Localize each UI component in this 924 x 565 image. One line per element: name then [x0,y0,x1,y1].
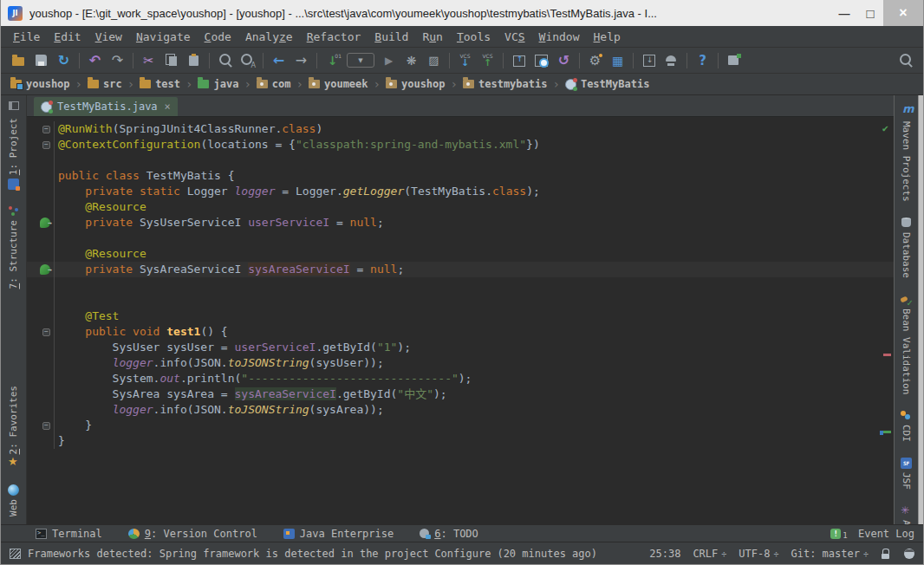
export-icon[interactable] [723,50,745,71]
menu-item-refactor[interactable]: Refactor [300,29,368,45]
settings-icon[interactable] [584,50,606,71]
paste-icon[interactable] [183,50,205,71]
back-icon[interactable] [268,50,290,71]
forward-icon[interactable] [290,50,312,71]
git-branch-widget[interactable]: Git: master [791,548,869,560]
breadcrumb-item-youshop[interactable]: youshop [383,78,448,90]
undo-icon[interactable] [84,50,106,71]
window-title: youshop - [E:\git_work_space\youshop] - … [29,7,824,20]
tool-button-structure[interactable]: 7: Structure [8,205,19,289]
breadcrumb-item-src[interactable]: src [85,78,125,90]
encoding-widget[interactable]: UTF-8 [739,548,778,560]
gutter [27,121,55,137]
toolbar-separator [133,53,133,68]
project-structure-icon[interactable] [607,50,628,71]
error-stripe-mark[interactable] [883,354,891,356]
menu-item-edit[interactable]: Edit [47,29,88,45]
line-separator-widget[interactable]: CRLF [693,548,726,560]
run-config-combo[interactable] [347,53,374,68]
tool-button-database[interactable]: Database [901,218,912,278]
menu-item-tools[interactable]: Tools [450,29,498,45]
error-stripe-mark[interactable] [883,431,891,433]
rollback-icon[interactable] [553,50,575,71]
database-icon [901,218,912,229]
menu-item-code[interactable]: Code [198,29,238,45]
menu-item-view[interactable]: View [88,29,129,45]
tab-close-icon[interactable]: × [165,101,171,113]
tool-button-terminal[interactable]: Terminal [36,528,102,540]
breadcrumb-item-java[interactable]: java [195,78,241,90]
tool-button-favorites[interactable]: 2: Favorites [8,386,19,469]
caret-position[interactable]: 25:38 [649,548,680,560]
cut-icon[interactable] [138,50,159,71]
breadcrumb-item-com[interactable]: com [254,78,294,90]
code-line [27,277,894,293]
redo-icon[interactable] [107,50,128,71]
menu-item-help[interactable]: Help [587,29,628,45]
replace-icon[interactable] [237,50,258,71]
find-icon[interactable] [214,50,236,71]
close-button[interactable] [883,0,923,26]
breadcrumb-item-testmybatis[interactable]: testmybatis [460,78,550,90]
bean-validation-icon [901,294,912,305]
tool-button-project[interactable]: 1: Project [8,118,19,190]
menu-item-file[interactable]: File [6,29,47,45]
tool-window-toggle-icon[interactable] [9,101,19,110]
gutter [27,402,55,418]
fold-marker-icon[interactable] [42,126,50,133]
tool-button-bean-validation[interactable]: Bean Validation [901,294,912,394]
menu-item-run[interactable]: Run [415,29,449,45]
error-stripe-mark[interactable] [880,431,883,435]
sync-icon[interactable] [53,50,75,71]
vcs-update-icon[interactable] [454,50,476,71]
breadcrumb-item-youshop[interactable]: youshop [8,78,73,90]
tool-button-event-log[interactable]: 1 Event Log [830,528,914,540]
tool-button-todo[interactable]: 6: TODO [420,528,478,540]
run-icon[interactable] [378,50,400,71]
tool-button-ant[interactable]: Ant [901,505,912,524]
menu-item-vcs[interactable]: VCS [498,29,531,45]
menu-item-build[interactable]: Build [368,29,415,45]
help-icon[interactable] [692,50,713,71]
tab-testmybatis[interactable]: TestMyBatis.java × [34,97,178,116]
breadcrumb-item-testmybatis[interactable]: TestMyBatis [563,78,652,90]
tool-button-version-control[interactable]: 9: Version Control [128,528,257,540]
hector-inspector-icon[interactable] [904,549,914,559]
update-project-icon[interactable] [322,50,343,71]
terminal-icon [36,529,47,539]
spring-bean-icon[interactable] [40,264,50,275]
open-icon[interactable] [8,50,29,71]
debug-icon[interactable] [400,50,422,71]
maximize-button[interactable] [857,0,883,26]
idea-logo-icon [8,6,23,21]
frameworks-detected-icon[interactable] [10,549,21,559]
idea-window: youshop - [E:\git_work_space\youshop] - … [0,0,924,565]
spring-bean-icon[interactable] [40,218,50,228]
tool-button-jsf[interactable]: JSF [901,458,912,490]
menu-item-navigate[interactable]: Navigate [129,29,198,45]
upload-icon[interactable] [508,50,530,71]
coverage-icon[interactable] [423,50,445,71]
tool-button-maven-projects[interactable]: Maven Projects [901,107,912,202]
code-area[interactable]: @RunWith(SpringJUnit4ClassRunner.class)@… [27,117,894,524]
breadcrumb-item-test[interactable]: test [137,78,183,90]
minimize-button[interactable] [831,0,857,26]
avd-manager-icon[interactable] [660,50,682,71]
fold-marker-icon[interactable] [42,328,50,336]
menu-item-window[interactable]: Window [532,29,587,45]
save-all-icon[interactable] [30,50,52,71]
history-icon[interactable] [530,50,552,71]
readonly-lock-icon[interactable] [881,549,892,560]
vcs-commit-icon[interactable] [477,50,498,71]
tool-button-cdi[interactable]: CDI [901,410,912,442]
breadcrumb-item-youmeek[interactable]: youmeek [306,78,371,90]
copy-icon[interactable] [160,50,182,71]
android-sdk-icon[interactable] [638,50,660,71]
tool-button-web[interactable]: Web [8,484,19,516]
fold-marker-icon[interactable] [42,422,50,430]
fold-marker-icon[interactable] [42,141,50,149]
search-icon[interactable] [895,50,916,71]
menu-item-analyze[interactable]: Analyze [238,29,300,45]
configure-link[interactable]: Configure [434,548,491,560]
tool-button-java-enterprise[interactable]: Java Enterprise [283,528,394,540]
